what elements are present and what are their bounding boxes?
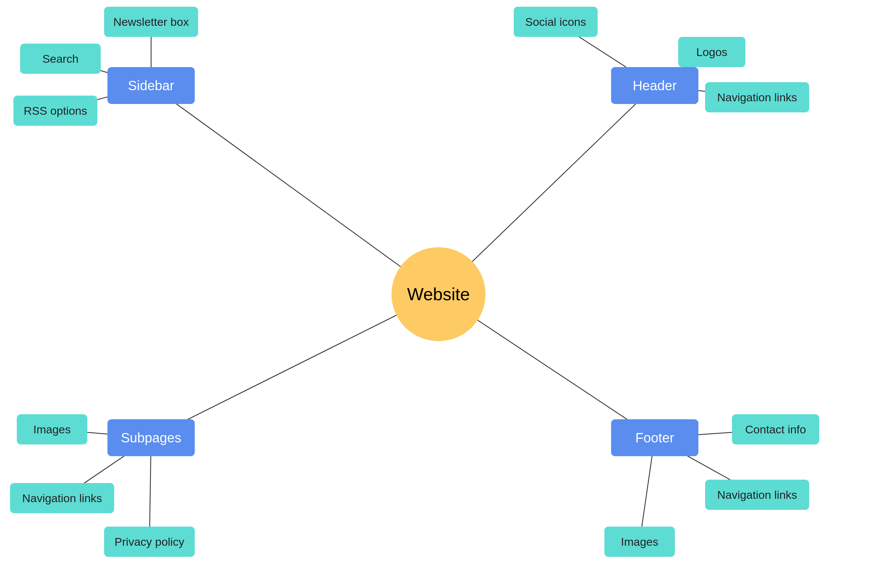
nav-footer-node: Navigation links — [705, 480, 809, 510]
diagram-container: Website Sidebar Header Subpages Footer S… — [0, 0, 877, 588]
sidebar-label: Sidebar — [128, 78, 174, 93]
center-node: Website — [391, 247, 486, 341]
svg-line-2 — [151, 294, 438, 438]
subpages-label: Subpages — [121, 430, 181, 446]
rss-node: RSS options — [14, 96, 97, 126]
images-footer-node: Images — [604, 526, 675, 557]
footer-node: Footer — [611, 419, 698, 456]
nav-sub-node: Navigation links — [10, 483, 114, 513]
privacy-node: Privacy policy — [104, 526, 195, 557]
newsletter-node: Newsletter box — [104, 7, 198, 37]
contact-node: Contact info — [732, 414, 819, 444]
nav-header-node: Navigation links — [705, 82, 809, 112]
sidebar-node: Sidebar — [107, 67, 195, 104]
header-node: Header — [611, 67, 698, 104]
svg-line-0 — [151, 86, 438, 294]
search-node: Search — [20, 44, 101, 74]
social-icons-node: Social icons — [514, 7, 598, 37]
center-label: Website — [407, 284, 470, 304]
subpages-node: Subpages — [107, 419, 195, 456]
header-label: Header — [633, 78, 677, 93]
footer-label: Footer — [635, 430, 674, 446]
logos-node: Logos — [678, 37, 745, 67]
images-sub-node: Images — [17, 414, 87, 444]
